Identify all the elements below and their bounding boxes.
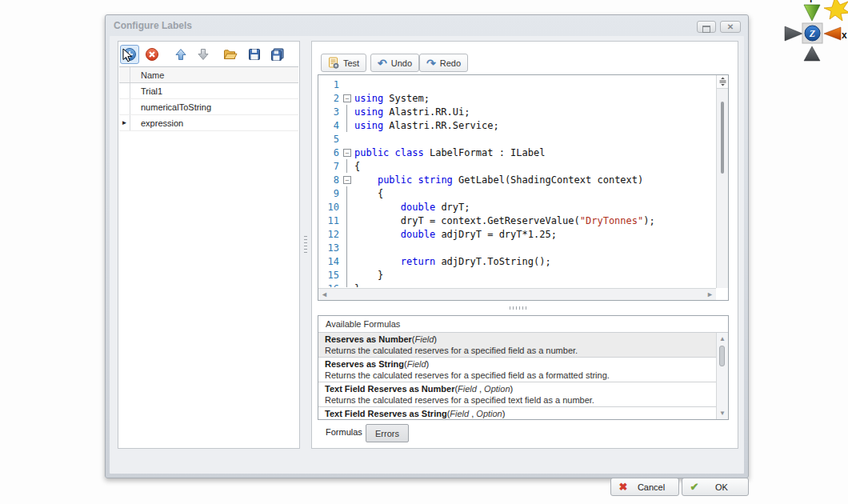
tab-errors[interactable]: Errors <box>366 424 409 442</box>
code-lines: 12–using System;3using Alastri.RR.Ui;4us… <box>318 78 715 287</box>
fold-collapse-icon[interactable]: – <box>343 176 351 184</box>
row-gutter <box>119 83 130 98</box>
code-line[interactable]: 3using Alastri.RR.Ui; <box>318 105 715 118</box>
left-axis-arrow[interactable] <box>785 26 802 41</box>
redo-button[interactable]: ↷ Redo <box>419 54 468 72</box>
fold-margin[interactable] <box>343 241 354 254</box>
tab-formulas[interactable]: Formulas <box>326 427 362 437</box>
formula-item[interactable]: Reserves as Number(Field)Returns the cal… <box>318 333 716 358</box>
move-down-button[interactable] <box>194 45 213 64</box>
code-line[interactable]: 14 return adjDryT.ToString(); <box>318 254 715 268</box>
maximize-icon <box>702 26 710 33</box>
x-axis-cone[interactable] <box>824 27 841 40</box>
fold-margin[interactable]: – <box>343 146 354 159</box>
formula-item[interactable]: Text Field Reserves as Number(Field , Op… <box>318 382 716 407</box>
fold-margin[interactable] <box>343 227 354 241</box>
vertical-splitter[interactable] <box>300 41 311 449</box>
horizontal-splitter[interactable] <box>510 306 529 310</box>
code-line[interactable]: 1 <box>318 78 715 91</box>
code-text: return adjDryT.ToString(); <box>354 256 551 267</box>
table-row[interactable]: numericalToString <box>119 99 298 115</box>
fold-margin[interactable] <box>343 200 354 214</box>
code-text: public string GetLabel(ShadingContext co… <box>354 174 643 186</box>
scroll-left-icon[interactable]: ◄ <box>321 290 328 300</box>
keyword-token: double <box>401 202 435 213</box>
code-token <box>389 147 394 158</box>
fold-collapse-icon[interactable]: – <box>343 149 351 157</box>
code-text: using Alastri.RR.Service; <box>354 120 499 131</box>
move-up-button[interactable] <box>171 45 190 64</box>
cancel-button[interactable]: ✖ Cancel <box>610 478 679 496</box>
code-line[interactable]: 5 <box>318 132 715 146</box>
code-line[interactable]: 11 dryT = context.GetReserveValue("DryTo… <box>318 214 715 227</box>
z-axis-button[interactable]: Z <box>802 23 822 43</box>
titlebar[interactable]: Configure Labels ✕ <box>106 15 748 36</box>
maximize-button[interactable] <box>697 21 716 33</box>
formula-title: Reserves as Number(Field) <box>325 334 716 346</box>
close-button[interactable]: ✕ <box>720 21 741 33</box>
fold-margin[interactable] <box>343 105 354 118</box>
scroll-right-icon[interactable]: ► <box>706 290 714 300</box>
editor-vertical-scrollbar[interactable] <box>716 75 728 288</box>
code-line[interactable]: 6–public class LabelFormat : ILabel <box>318 146 715 159</box>
save-icon <box>248 48 261 61</box>
code-text: } <box>354 270 383 281</box>
code-line[interactable]: 10 double dryT; <box>318 200 715 214</box>
star-icon[interactable] <box>824 0 848 21</box>
code-line[interactable]: 7{ <box>318 159 715 173</box>
code-line[interactable]: 4using Alastri.RR.Service; <box>318 118 715 132</box>
test-button[interactable]: Test <box>321 54 366 72</box>
fold-margin[interactable]: – <box>343 173 354 186</box>
table-row[interactable]: ►expression <box>119 115 298 131</box>
code-line[interactable]: 9 { <box>318 186 715 200</box>
editor-horizontal-scrollbar[interactable]: ◄ ► <box>318 288 716 300</box>
code-line[interactable]: 12 double adjDryT = dryT*1.25; <box>318 227 715 241</box>
fold-margin[interactable] <box>343 268 354 282</box>
editor-vscroll-thumb[interactable] <box>721 102 724 174</box>
mouse-cursor <box>122 48 133 62</box>
fold-margin[interactable] <box>343 282 354 287</box>
save-all-button[interactable] <box>267 45 286 64</box>
labels-list: Name Trial1numericalToString►expression <box>119 66 298 447</box>
keyword-token: public <box>354 147 389 158</box>
scroll-up-icon[interactable]: ▲ <box>717 335 728 342</box>
save-button[interactable] <box>245 45 264 64</box>
y-axis-cone[interactable] <box>804 5 820 21</box>
code-line[interactable]: 13 <box>318 241 715 254</box>
bottom-tabs: Formulas Errors <box>312 423 738 443</box>
formula-items: Reserves as Number(Field)Returns the cal… <box>318 333 716 419</box>
open-button[interactable] <box>221 45 240 64</box>
fold-margin[interactable] <box>343 132 354 146</box>
line-number: 7 <box>318 161 343 172</box>
fold-collapse-icon[interactable]: – <box>343 94 351 102</box>
arrow-up-icon <box>174 48 187 61</box>
formula-item[interactable]: Reserves as String(Field)Returns the cal… <box>318 358 716 382</box>
editor-split-handle[interactable] <box>717 75 728 89</box>
fold-margin[interactable] <box>343 214 354 227</box>
line-number: 16 <box>318 283 343 288</box>
axis-navigation-widget[interactable]: Y Z x <box>779 0 848 66</box>
undo-button[interactable]: ↶ Undo <box>370 54 419 72</box>
table-row[interactable]: Trial1 <box>119 83 298 99</box>
fold-margin[interactable] <box>343 118 354 132</box>
fold-margin[interactable] <box>343 254 354 268</box>
code-line[interactable]: 15 } <box>318 268 715 282</box>
list-header[interactable]: Name <box>119 67 298 83</box>
code-editor[interactable]: 12–using System;3using Alastri.RR.Ui;4us… <box>318 74 729 301</box>
line-number: 1 <box>318 79 343 90</box>
delete-label-button[interactable] <box>142 45 162 64</box>
fold-margin[interactable]: – <box>343 91 354 105</box>
keyword-token: return <box>401 256 435 267</box>
fold-margin[interactable] <box>343 159 354 173</box>
formulas-scrollbar[interactable]: ▲ ▼ <box>716 333 728 419</box>
code-line[interactable]: 8– public string GetLabel(ShadingContext… <box>318 173 715 186</box>
code-line[interactable]: 16} <box>318 282 715 287</box>
bottom-axis-arrow[interactable] <box>804 46 820 61</box>
scroll-down-icon[interactable]: ▼ <box>717 410 728 417</box>
formulas-scroll-thumb[interactable] <box>719 346 725 366</box>
fold-margin[interactable] <box>343 78 354 91</box>
fold-margin[interactable] <box>343 186 354 200</box>
formula-item[interactable]: Text Field Reserves as String(Field , Op… <box>318 407 716 419</box>
ok-button[interactable]: ✔ OK <box>682 478 749 496</box>
code-line[interactable]: 2–using System; <box>318 91 715 105</box>
